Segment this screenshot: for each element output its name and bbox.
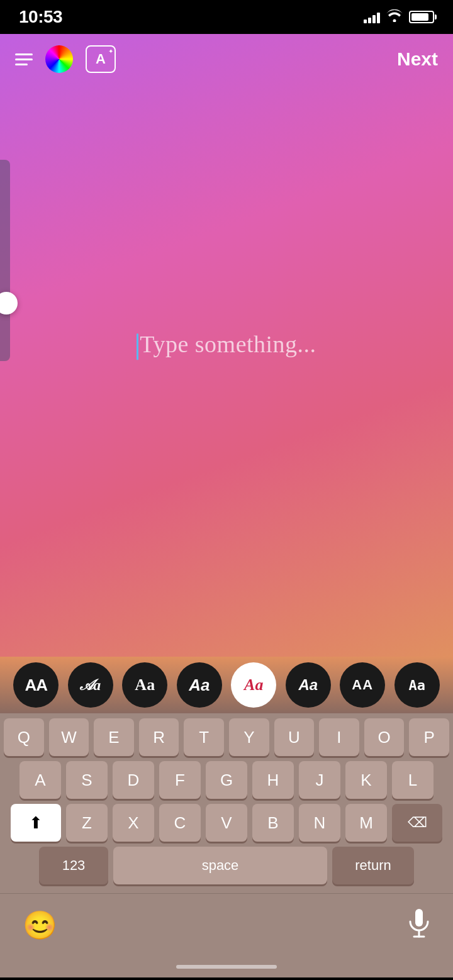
font-style-button[interactable]: A ✦ bbox=[86, 45, 116, 73]
next-button[interactable]: Next bbox=[397, 48, 438, 70]
keyboard-row-3: ⬆ Z X C V B N M ⌫ bbox=[4, 804, 449, 842]
canvas-area[interactable]: A ✦ Next Type something... bbox=[0, 34, 453, 657]
key-r[interactable]: R bbox=[139, 718, 179, 756]
bottom-bar: 😊 bbox=[0, 893, 453, 956]
key-numbers[interactable]: 123 bbox=[39, 847, 108, 884]
toolbar: A ✦ Next bbox=[0, 34, 453, 84]
key-s[interactable]: S bbox=[66, 761, 108, 799]
hamburger-icon[interactable] bbox=[15, 53, 33, 65]
key-t[interactable]: T bbox=[184, 718, 224, 756]
keyboard-row-4: 123 space return bbox=[4, 847, 449, 884]
key-i[interactable]: I bbox=[319, 718, 359, 756]
font-style-mono[interactable]: Aa bbox=[394, 662, 440, 708]
mic-button[interactable] bbox=[408, 909, 430, 942]
key-f[interactable]: F bbox=[159, 761, 201, 799]
key-z[interactable]: Z bbox=[66, 804, 108, 842]
key-u[interactable]: U bbox=[274, 718, 315, 756]
text-input-area[interactable]: Type something... bbox=[69, 330, 384, 360]
font-style-script[interactable]: 𝒜a bbox=[68, 662, 113, 708]
keyboard-row-1: Q W E R T Y U I O P bbox=[4, 718, 449, 756]
color-wheel-button[interactable] bbox=[45, 45, 73, 73]
key-g[interactable]: G bbox=[206, 761, 247, 799]
key-d[interactable]: D bbox=[113, 761, 154, 799]
font-size-slider-thumb[interactable] bbox=[0, 292, 18, 315]
home-indicator bbox=[0, 956, 453, 977]
svg-rect-0 bbox=[415, 909, 423, 927]
key-x[interactable]: X bbox=[113, 804, 154, 842]
key-c[interactable]: C bbox=[159, 804, 201, 842]
key-j[interactable]: J bbox=[299, 761, 340, 799]
key-k[interactable]: K bbox=[345, 761, 387, 799]
key-return[interactable]: return bbox=[332, 847, 414, 884]
key-delete[interactable]: ⌫ bbox=[392, 804, 442, 842]
key-e[interactable]: E bbox=[94, 718, 134, 756]
font-size-slider-track[interactable] bbox=[0, 160, 10, 361]
key-p[interactable]: P bbox=[409, 718, 449, 756]
status-time: 10:53 bbox=[19, 7, 62, 27]
wifi-icon bbox=[386, 9, 403, 25]
font-style-caps[interactable]: AA bbox=[340, 662, 385, 708]
key-m[interactable]: M bbox=[345, 804, 387, 842]
font-style-row: AA 𝒜a Aa Aa Aa Aa AA Aa bbox=[0, 657, 453, 713]
key-l[interactable]: L bbox=[392, 761, 433, 799]
key-v[interactable]: V bbox=[206, 804, 247, 842]
text-cursor bbox=[137, 334, 138, 360]
battery-icon bbox=[409, 11, 434, 23]
placeholder-text[interactable]: Type something... bbox=[137, 330, 316, 360]
toolbar-left: A ✦ bbox=[15, 45, 116, 73]
key-b[interactable]: B bbox=[252, 804, 294, 842]
key-space[interactable]: space bbox=[113, 847, 327, 884]
keyboard-row-2: A S D F G H J K L bbox=[4, 761, 449, 799]
status-icons bbox=[364, 9, 434, 25]
status-bar: 10:53 bbox=[0, 0, 453, 34]
font-style-neon[interactable]: Aa bbox=[231, 662, 276, 708]
key-w[interactable]: W bbox=[49, 718, 89, 756]
key-y[interactable]: Y bbox=[229, 718, 269, 756]
emoji-button[interactable]: 😊 bbox=[23, 909, 57, 942]
key-h[interactable]: H bbox=[252, 761, 294, 799]
key-o[interactable]: O bbox=[364, 718, 405, 756]
font-style-normal[interactable]: AA bbox=[13, 662, 59, 708]
key-shift[interactable]: ⬆ bbox=[11, 804, 61, 842]
keyboard: Q W E R T Y U I O P A S D F G H J K L ⬆ … bbox=[0, 713, 453, 893]
key-q[interactable]: Q bbox=[4, 718, 44, 756]
signal-icon bbox=[364, 11, 380, 23]
font-style-serif[interactable]: Aa bbox=[122, 662, 167, 708]
font-style-bold[interactable]: Aa bbox=[177, 662, 222, 708]
key-a[interactable]: A bbox=[20, 761, 61, 799]
key-n[interactable]: N bbox=[299, 804, 340, 842]
font-style-italic[interactable]: Aa bbox=[286, 662, 331, 708]
